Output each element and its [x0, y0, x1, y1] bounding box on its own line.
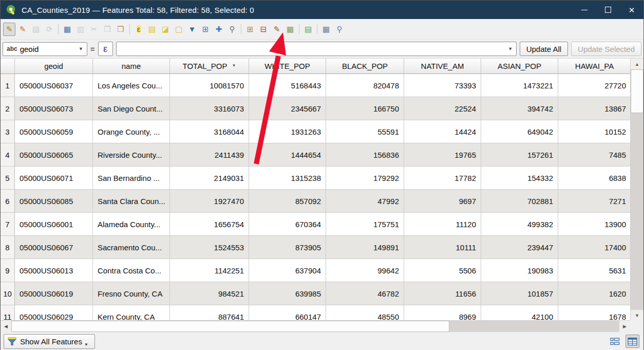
multiedit-button[interactable]: ✎ — [16, 23, 29, 36]
cell-total_pop[interactable]: 1142251 — [170, 259, 249, 282]
column-header-asian_pop[interactable]: ASIAN_POP — [481, 59, 558, 73]
conditional-formatting-button[interactable]: ▦ — [284, 23, 296, 36]
cell-native_am[interactable]: 9697 — [404, 190, 481, 212]
column-header-total_pop[interactable]: TOTAL_POP▼ — [170, 59, 249, 73]
cell-asian_pop[interactable]: 101857 — [481, 282, 558, 305]
cell-name[interactable]: Riverside County... — [93, 143, 170, 166]
cell-name[interactable]: San Diego Count... — [93, 97, 170, 120]
cell-geoid[interactable]: 05000US06073 — [15, 97, 93, 120]
cell-white_pop[interactable]: 639985 — [249, 282, 326, 305]
cell-hawai_pa[interactable]: 17400 — [558, 236, 631, 259]
cell-geoid[interactable]: 05000US06059 — [15, 120, 93, 143]
scroll-left-button[interactable]: ◀ — [1, 321, 11, 332]
cell-total_pop[interactable]: 2149031 — [170, 167, 249, 189]
cell-native_am[interactable]: 17782 — [404, 167, 481, 189]
cell-black_pop[interactable]: 48550 — [326, 305, 404, 321]
toggle-editing-button[interactable]: ✎ — [3, 23, 15, 36]
cell-total_pop[interactable]: 10081570 — [170, 74, 249, 97]
cell-white_pop[interactable]: 670364 — [249, 213, 326, 235]
expression-dropdown-icon[interactable]: ▼ — [505, 46, 516, 51]
cell-native_am[interactable]: 22524 — [404, 97, 481, 120]
row-number[interactable]: 3 — [1, 120, 15, 143]
cell-native_am[interactable]: 5506 — [404, 259, 481, 282]
form-view-button[interactable] — [608, 335, 622, 348]
deselect-all-button[interactable]: ▢ — [173, 23, 185, 36]
cell-asian_pop[interactable]: 157261 — [481, 143, 558, 166]
cell-hawai_pa[interactable]: 7485 — [558, 143, 631, 166]
cell-geoid[interactable]: 05000US06067 — [15, 236, 93, 259]
cell-hawai_pa[interactable]: 13900 — [558, 213, 631, 235]
cell-white_pop[interactable]: 857092 — [249, 190, 326, 212]
add-feature-button[interactable]: ▦ — [61, 23, 73, 36]
row-number[interactable]: 8 — [1, 236, 15, 259]
cell-native_am[interactable]: 8969 — [404, 305, 481, 321]
select-by-form-button[interactable]: ▼ — [186, 23, 198, 36]
row-number[interactable]: 4 — [1, 143, 15, 166]
cell-hawai_pa[interactable]: 1678 — [558, 305, 631, 321]
cell-geoid[interactable]: 05000US06085 — [15, 190, 93, 212]
scroll-right-button[interactable]: ▶ — [619, 321, 630, 332]
row-number[interactable]: 9 — [1, 259, 15, 282]
cell-asian_pop[interactable]: 499382 — [481, 213, 558, 235]
expression-builder-button[interactable]: ε — [98, 42, 113, 56]
cell-geoid[interactable]: 05000US06037 — [15, 74, 93, 97]
cell-geoid[interactable]: 05000US06071 — [15, 167, 93, 189]
cell-asian_pop[interactable]: 190983 — [481, 259, 558, 282]
cell-total_pop[interactable]: 887641 — [170, 305, 249, 321]
cell-black_pop[interactable]: 820478 — [326, 74, 404, 97]
row-number[interactable]: 10 — [1, 282, 15, 305]
cell-white_pop[interactable]: 637904 — [249, 259, 326, 282]
select-by-expression-button[interactable]: ε — [132, 23, 145, 36]
cell-black_pop[interactable]: 47992 — [326, 190, 404, 212]
cell-name[interactable]: San Bernardino ... — [93, 167, 170, 189]
horizontal-scroll-thumb[interactable] — [11, 321, 449, 332]
column-header-geoid[interactable]: geoid — [15, 59, 93, 73]
show-all-features-button[interactable]: Show All Features ▼ — [4, 334, 95, 349]
vertical-scroll-thumb[interactable] — [631, 69, 643, 113]
cell-total_pop[interactable]: 1927470 — [170, 190, 249, 212]
cell-white_pop[interactable]: 660147 — [249, 305, 326, 321]
expression-input[interactable] — [117, 42, 505, 56]
minimize-button[interactable] — [573, 1, 596, 19]
organize-columns-button[interactable]: ▦ — [320, 23, 332, 36]
cell-total_pop[interactable]: 1524553 — [170, 236, 249, 259]
cell-white_pop[interactable]: 1444654 — [249, 143, 326, 166]
dock-table-button[interactable]: ▤ — [302, 23, 314, 36]
cell-black_pop[interactable]: 46782 — [326, 282, 404, 305]
cell-name[interactable]: Kern County, CA — [93, 305, 170, 321]
cell-geoid[interactable]: 05000US06013 — [15, 259, 93, 282]
cell-hawai_pa[interactable]: 7271 — [558, 190, 631, 212]
table-view-button[interactable] — [626, 335, 639, 348]
new-field-button[interactable]: ⊞ — [244, 23, 256, 36]
cell-white_pop[interactable]: 2345667 — [249, 97, 326, 120]
cell-white_pop[interactable]: 873905 — [249, 236, 326, 259]
cell-asian_pop[interactable]: 649042 — [481, 120, 558, 143]
cell-black_pop[interactable]: 156836 — [326, 143, 404, 166]
cell-hawai_pa[interactable]: 5631 — [558, 259, 631, 282]
cell-name[interactable]: Alameda County... — [93, 213, 170, 235]
cell-asian_pop[interactable]: 702881 — [481, 190, 558, 212]
field-calculator-button[interactable]: ✎ — [271, 23, 283, 36]
update-all-button[interactable]: Update All — [520, 42, 568, 56]
field-select-combo[interactable]: abc geoid ▼ — [3, 42, 87, 56]
cell-white_pop[interactable]: 5168443 — [249, 74, 326, 97]
vertical-scrollbar[interactable]: ▲ ▼ — [630, 59, 643, 321]
cell-black_pop[interactable]: 166750 — [326, 97, 404, 120]
cell-native_am[interactable]: 73393 — [404, 74, 481, 97]
cell-total_pop[interactable]: 984521 — [170, 282, 249, 305]
column-header-black_pop[interactable]: BLACK_POP — [326, 59, 404, 73]
close-button[interactable]: ✕ — [620, 1, 643, 19]
cell-geoid[interactable]: 05000US06019 — [15, 282, 93, 305]
cell-native_am[interactable]: 11656 — [404, 282, 481, 305]
cell-black_pop[interactable]: 99642 — [326, 259, 404, 282]
cell-hawai_pa[interactable]: 10152 — [558, 120, 631, 143]
move-selection-top-button[interactable]: ⊞ — [199, 23, 212, 36]
cell-black_pop[interactable]: 179292 — [326, 167, 404, 189]
cell-name[interactable]: Orange County, ... — [93, 120, 170, 143]
cell-name[interactable]: Los Angeles Cou... — [93, 74, 170, 97]
cell-total_pop[interactable]: 3316073 — [170, 97, 249, 120]
maximize-button[interactable] — [596, 1, 620, 19]
cell-name[interactable]: Fresno County, CA — [93, 282, 170, 305]
horizontal-scrollbar[interactable]: ◀ ▶ — [1, 320, 631, 332]
paste-button[interactable]: ❒ — [115, 23, 127, 36]
